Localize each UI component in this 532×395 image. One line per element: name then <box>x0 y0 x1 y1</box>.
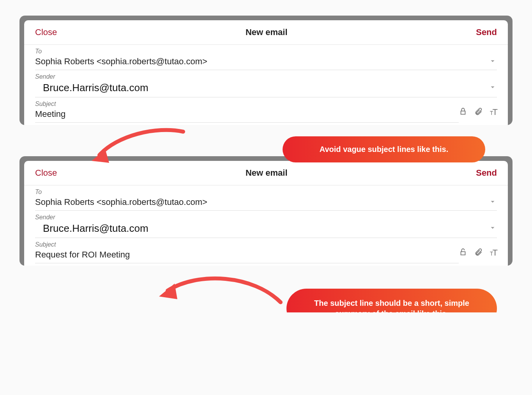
subject-row: Subject Request for ROI Meeting TT <box>24 238 508 266</box>
text-size-icon[interactable]: TT <box>490 107 497 117</box>
sender-value[interactable]: Bruce.Harris@tuta.com <box>35 222 497 238</box>
paperclip-icon[interactable] <box>474 247 483 259</box>
chevron-down-icon[interactable] <box>489 58 496 66</box>
paperclip-icon[interactable] <box>474 106 483 118</box>
sender-field[interactable]: Sender Bruce.Harris@tuta.com <box>24 211 508 238</box>
example-panel-good: Close New email Send To Sophia Roberts <… <box>19 156 513 266</box>
sender-field[interactable]: Sender Bruce.Harris@tuta.com <box>24 70 508 97</box>
svg-marker-1 <box>159 284 177 299</box>
lock-icon[interactable] <box>459 106 467 118</box>
to-field[interactable]: To Sophia Roberts <sophia.roberts@tutao.… <box>24 45 508 70</box>
toolbar-icons: TT <box>459 106 497 123</box>
close-button[interactable]: Close <box>35 168 57 178</box>
unlock-icon[interactable] <box>459 247 467 259</box>
window-frame: Close New email Send To Sophia Roberts <… <box>19 16 513 125</box>
compose-window: Close New email Send To Sophia Roberts <… <box>24 20 508 125</box>
subject-row: Subject Meeting TT <box>24 97 508 125</box>
chevron-down-icon[interactable] <box>489 198 496 207</box>
sender-label: Sender <box>35 73 497 80</box>
subject-input[interactable]: Request for ROI Meeting <box>35 249 459 263</box>
compose-window: Close New email Send To Sophia Roberts <… <box>24 161 508 266</box>
to-label: To <box>35 48 497 55</box>
to-value[interactable]: Sophia Roberts <sophia.roberts@tutao.com… <box>35 56 497 70</box>
chevron-down-icon[interactable] <box>489 84 496 92</box>
example-panel-bad: Close New email Send To Sophia Roberts <… <box>19 16 513 125</box>
toolbar-icons: TT <box>459 247 497 263</box>
send-button[interactable]: Send <box>476 168 497 178</box>
sender-value[interactable]: Bruce.Harris@tuta.com <box>35 81 497 97</box>
to-value[interactable]: Sophia Roberts <sophia.roberts@tutao.com… <box>35 196 497 211</box>
close-button[interactable]: Close <box>35 27 57 37</box>
window-title: New email <box>246 168 288 178</box>
text-size-icon[interactable]: TT <box>490 248 497 258</box>
compose-header: Close New email Send <box>24 161 508 185</box>
annotation-arrow <box>144 263 285 312</box>
compose-header: Close New email Send <box>24 20 508 45</box>
to-label: To <box>35 189 497 196</box>
subject-label: Subject <box>35 241 459 248</box>
annotation-callout: The subject line should be a short, simp… <box>286 289 497 312</box>
subject-input[interactable]: Meeting <box>35 108 459 123</box>
to-field[interactable]: To Sophia Roberts <sophia.roberts@tutao.… <box>24 185 508 211</box>
annotation-callout: Avoid vague subject lines like this. <box>283 136 485 162</box>
send-button[interactable]: Send <box>476 27 497 37</box>
subject-label: Subject <box>35 101 459 108</box>
window-frame: Close New email Send To Sophia Roberts <… <box>19 156 513 266</box>
sender-label: Sender <box>35 214 497 221</box>
window-title: New email <box>246 27 288 37</box>
chevron-down-icon[interactable] <box>489 224 496 233</box>
